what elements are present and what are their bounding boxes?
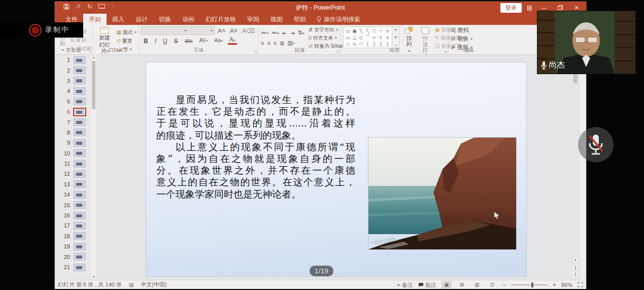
slide-thumbnail-16[interactable]: 16 <box>55 210 96 220</box>
paragraph-dialog-launcher[interactable]: ↘ <box>336 49 340 54</box>
font-size-combobox[interactable]: ▾ <box>190 26 215 35</box>
shape-glyph[interactable]: ▣ <box>351 27 358 34</box>
thumbnail-preview[interactable] <box>74 129 85 136</box>
grow-font-button[interactable]: A˄ <box>216 27 227 35</box>
slide-thumbnail-8[interactable]: 8 <box>55 127 96 138</box>
underline-button[interactable]: U <box>161 38 169 45</box>
shape-glyph[interactable]: ◇ <box>358 34 364 41</box>
drawing-dialog-launcher[interactable]: ↘ <box>444 49 447 54</box>
shape-glyph[interactable]: □ <box>371 27 378 34</box>
tab-insert[interactable]: 插入 <box>107 14 130 25</box>
align-right-button[interactable]: ≡ <box>274 40 277 47</box>
slide-thumbnail-9[interactable]: 9 <box>55 138 96 148</box>
layout-button[interactable]: ▦版式▾ <box>117 29 137 36</box>
clipboard-dialog-launcher[interactable]: ↘ <box>88 49 92 54</box>
comments-button[interactable]: 批注 <box>418 281 436 288</box>
next-slide-button[interactable]: ▼▼ <box>572 271 579 277</box>
tab-transitions[interactable]: 切换 <box>153 14 177 25</box>
tab-help[interactable]: 帮助 <box>288 14 312 25</box>
slide-thumbnail-7[interactable]: 7 <box>55 117 96 127</box>
tab-design[interactable]: 设计 <box>130 14 153 25</box>
slide-sorter-view-button[interactable]: ⊞ <box>457 281 467 288</box>
tab-slideshow[interactable]: 幻灯片放映 <box>200 14 242 25</box>
slide-thumbnail-17[interactable]: 17 <box>55 220 96 231</box>
slide-thumbnail-14[interactable]: 14 <box>55 189 96 200</box>
change-case-button[interactable]: Aa▾ <box>213 37 224 45</box>
scrollbar-thumb[interactable] <box>92 61 95 109</box>
replace-button[interactable]: ⇄替换▾ <box>451 35 486 43</box>
slide-area-scrollbar[interactable]: ▲ ▼ ▲▲ ▼▼ <box>572 59 579 278</box>
decrease-indent-button[interactable]: ⇤ <box>282 29 287 37</box>
thumbnail-preview[interactable] <box>74 140 85 146</box>
slide-text-block[interactable]: 显而易见，当我们说发生，指某种行为正在发生，它是动态的，而不是静止的。于是可以说… <box>156 94 359 200</box>
thumbnail-preview[interactable] <box>74 243 85 250</box>
character-spacing-button[interactable]: AV▾ <box>198 37 210 45</box>
thumbnail-preview[interactable] <box>74 264 85 271</box>
thumbnail-preview[interactable] <box>74 88 85 94</box>
thumbnail-preview[interactable] <box>74 67 85 74</box>
thumbnail-preview[interactable] <box>74 253 85 260</box>
bold-button[interactable]: B <box>142 38 150 45</box>
thumbnail-preview[interactable] <box>74 181 85 187</box>
microphone-muted-button[interactable] <box>578 127 614 163</box>
increase-indent-button[interactable]: ⇥ <box>290 29 294 37</box>
align-center-button[interactable]: ≡ <box>267 40 270 47</box>
slide-thumbnail-15[interactable]: 15 <box>55 200 96 210</box>
slide-thumbnail-10[interactable]: 10 <box>55 148 96 158</box>
columns-button[interactable]: ▥▾ <box>287 39 294 47</box>
slide-thumbnail-5[interactable]: 5 <box>55 96 96 107</box>
slide-thumbnail-20[interactable]: 20 <box>55 251 96 262</box>
strikethrough-button[interactable]: abc <box>183 38 194 45</box>
tab-view[interactable]: 视图 <box>265 14 288 25</box>
shape-glyph[interactable]: ⌒ <box>364 34 371 41</box>
slideshow-view-button[interactable]: ⊡ <box>487 281 497 288</box>
zoom-slider-thumb[interactable] <box>531 282 533 287</box>
thumbnail-preview[interactable] <box>74 233 85 239</box>
slide-thumbnail-4[interactable]: 4 <box>55 86 96 96</box>
thumbnail-panel-scrollbar[interactable]: ▲ ▼ <box>91 56 96 278</box>
thumbnail-preview[interactable] <box>74 119 85 125</box>
shrink-font-button[interactable]: A˅ <box>228 27 239 35</box>
tab-review[interactable]: 审阅 <box>242 14 265 25</box>
italic-button[interactable]: I <box>153 38 158 45</box>
shape-glyph[interactable]: ⇦ <box>371 34 378 41</box>
language-status[interactable]: 中文(中国) <box>141 281 166 288</box>
font-color-button[interactable]: A▾ <box>228 37 237 45</box>
scroll-up-icon[interactable]: ▲ <box>91 56 96 59</box>
slide-thumbnail-11[interactable]: 11 <box>55 158 96 169</box>
tab-home[interactable]: 开始 <box>83 14 107 25</box>
thumbnail-preview[interactable] <box>74 191 85 198</box>
thumbnail-preview[interactable] <box>74 171 85 177</box>
justify-button[interactable]: ≣ <box>280 40 284 47</box>
find-button[interactable]: 查找 <box>451 26 486 34</box>
zoom-slider[interactable] <box>511 284 548 285</box>
thumbnail-preview[interactable] <box>74 222 85 229</box>
font-family-combobox[interactable]: ▾ <box>141 26 188 35</box>
shape-glyph[interactable]: △ <box>351 34 358 41</box>
thumbnail-preview[interactable] <box>74 77 85 84</box>
slide-thumbnail-21[interactable]: 21 <box>55 262 96 272</box>
slide-thumbnail-12[interactable]: 12 <box>55 169 96 179</box>
accessibility-icon[interactable]: ▤ <box>129 282 133 287</box>
previous-slide-button[interactable]: ▲▲ <box>572 264 579 270</box>
slide-number-status[interactable]: 幻灯片 第 6 张 , 共 140 张 <box>58 281 122 288</box>
reset-button[interactable]: ⟲重置 <box>117 38 137 45</box>
bullets-button[interactable]: ≔▾ <box>261 29 268 37</box>
signin-button[interactable]: 登录 <box>500 3 522 13</box>
slide-thumbnail-3[interactable]: 3 <box>55 76 96 86</box>
tell-me-search[interactable]: 操作说明搜索 <box>312 14 360 25</box>
numbering-button[interactable]: ≕▾ <box>272 29 279 37</box>
thumbnail-preview[interactable] <box>74 98 85 105</box>
scroll-down-icon[interactable]: ▼ <box>572 257 579 263</box>
thumbnail-preview[interactable] <box>74 202 85 208</box>
reading-view-button[interactable]: ▥ <box>472 281 482 288</box>
shape-glyph[interactable]: ╲ <box>364 27 371 34</box>
line-spacing-button[interactable]: ⇅▾ <box>297 29 304 37</box>
notes-button[interactable]: ≐备注 <box>396 281 413 288</box>
slide-thumbnail-2[interactable]: 2 <box>55 65 96 75</box>
thumbnail-preview[interactable] <box>74 109 85 115</box>
align-left-button[interactable]: ≡ <box>261 40 264 47</box>
slide-thumbnail-13[interactable]: 13 <box>55 179 96 189</box>
slide-thumbnail-1[interactable]: 1 <box>55 55 96 65</box>
zoom-in-button[interactable]: + <box>553 281 556 288</box>
